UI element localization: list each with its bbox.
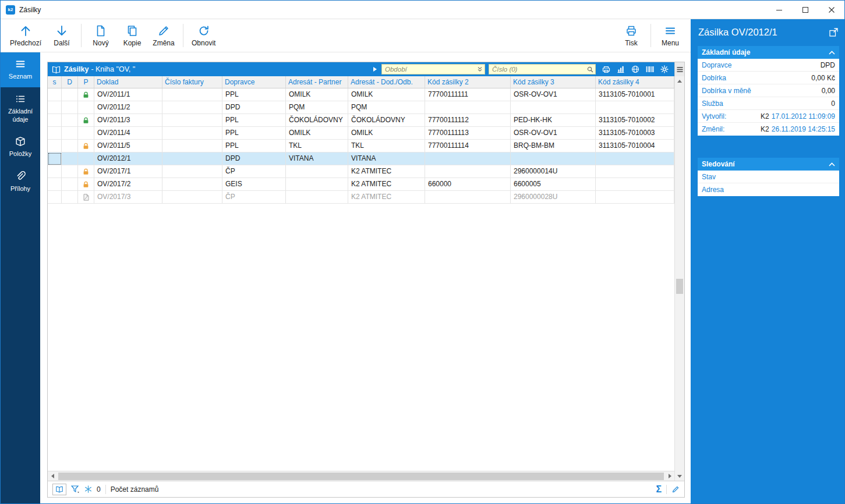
sidebar-item-zakladni-udaje[interactable]: Základní údaje <box>1 87 40 130</box>
cell-carrier[interactable]: PPL <box>222 88 286 101</box>
cell-p[interactable] <box>78 88 94 101</box>
chevron-up-icon[interactable] <box>829 162 835 166</box>
sidebar-item-polozky[interactable]: Položky <box>1 130 40 165</box>
cell-d[interactable] <box>62 165 78 178</box>
cell-code4[interactable]: 3113105-7010003 <box>596 127 674 140</box>
detail-section-header[interactable]: Sledování <box>698 158 839 171</box>
new-button[interactable]: Nový <box>85 20 116 51</box>
cell-d[interactable] <box>62 101 78 114</box>
cell-code3[interactable]: OSR-OV-OV1 <box>511 127 596 140</box>
chevron-up-icon[interactable] <box>829 51 835 55</box>
column-header-doklad[interactable]: Doklad <box>94 76 162 88</box>
cell-code4[interactable] <box>596 101 674 114</box>
number-filter-input[interactable] <box>489 64 596 74</box>
cell-partner[interactable]: OMILK <box>286 88 348 101</box>
cell-consignee[interactable]: PQM <box>348 101 425 114</box>
sidebar-item-seznam[interactable]: Seznam <box>1 52 40 87</box>
horizontal-scrollbar[interactable] <box>48 471 674 481</box>
cell-code4[interactable] <box>596 152 674 165</box>
scroll-right-icon[interactable] <box>665 474 674 478</box>
cell-code2[interactable]: 660000 <box>425 178 511 191</box>
cell-consignee[interactable]: OMILK <box>348 127 425 140</box>
maximize-button[interactable] <box>792 1 818 19</box>
cell-d[interactable] <box>62 114 78 127</box>
column-header-consignee[interactable]: Adresát - Dod./Odb. <box>348 76 425 88</box>
cell-partner[interactable]: OMILK <box>286 127 348 140</box>
cell-invoice[interactable] <box>162 88 222 101</box>
table-row[interactable]: OV/2011/3PPLČOKOLÁDOVNYČOKOLÁDOVNY777001… <box>48 114 674 127</box>
table-row[interactable]: OV/2012/1DPDVITANAVITANA <box>48 152 674 165</box>
cell-carrier[interactable]: ČP <box>222 165 286 178</box>
cell-invoice[interactable] <box>162 114 222 127</box>
cell-doklad[interactable]: OV/2011/1 <box>94 88 162 101</box>
column-header-p[interactable]: P <box>78 76 94 88</box>
cell-code3[interactable] <box>511 152 596 165</box>
cell-consignee[interactable]: K2 ATMITEC <box>348 178 425 191</box>
cell-code3[interactable]: BRQ-BM-BM <box>511 140 596 152</box>
cell-invoice[interactable] <box>162 165 222 178</box>
cell-p[interactable] <box>78 178 94 191</box>
cell-d[interactable] <box>62 152 78 165</box>
cell-consignee[interactable]: ČOKOLÁDOVNY <box>348 114 425 127</box>
cell-doklad[interactable]: OV/2017/2 <box>94 178 162 191</box>
cell-code3[interactable]: OSR-OV-OV1 <box>511 88 596 101</box>
double-chevron-down-icon[interactable] <box>477 66 483 72</box>
scroll-down-icon[interactable] <box>675 471 684 481</box>
open-in-window-icon[interactable] <box>829 28 838 37</box>
cell-d[interactable] <box>62 191 78 204</box>
column-header-partner[interactable]: Adresát - Partner <box>286 76 348 88</box>
table-row[interactable]: OV/2011/2DPDPQMPQM <box>48 101 674 114</box>
column-header-s[interactable]: s <box>48 76 62 88</box>
cell-s[interactable] <box>48 101 62 114</box>
cell-code4[interactable]: 3113105-7010001 <box>596 88 674 101</box>
cell-invoice[interactable] <box>162 152 222 165</box>
cell-code2[interactable]: 77700111111 <box>425 88 511 101</box>
vertical-scroll-track[interactable] <box>675 86 684 471</box>
table-row[interactable]: OV/2017/1ČPK2 ATMITEC2960000014U <box>48 165 674 178</box>
cell-s[interactable] <box>48 191 62 204</box>
cell-doklad[interactable]: OV/2012/1 <box>94 152 162 165</box>
detail-field[interactable]: Adresa <box>698 183 839 196</box>
refresh-button[interactable]: Obnovit <box>187 20 220 51</box>
table-row[interactable]: OV/2011/4PPLOMILKOMILK77700111113OSR-OV-… <box>48 127 674 140</box>
vertical-scroll-thumb[interactable] <box>676 279 683 294</box>
cell-code4[interactable] <box>596 178 674 191</box>
table-row[interactable]: OV/2017/2GEISK2 ATMITEC6600006600005 <box>48 178 674 191</box>
cell-partner[interactable]: TKL <box>286 140 348 152</box>
cell-s[interactable] <box>48 178 62 191</box>
cell-code4[interactable] <box>596 165 674 178</box>
cell-code2[interactable]: 77700111113 <box>425 127 511 140</box>
detail-field[interactable]: Dobírka v měně0,00 <box>698 84 839 97</box>
search-icon[interactable] <box>587 66 593 73</box>
cell-invoice[interactable] <box>162 127 222 140</box>
view-book-button[interactable] <box>52 484 66 495</box>
sum-icon[interactable]: Σ <box>656 485 662 494</box>
cell-consignee[interactable]: OMILK <box>348 88 425 101</box>
chart-icon[interactable] <box>616 65 625 74</box>
cell-invoice[interactable] <box>162 191 222 204</box>
cell-p[interactable] <box>78 165 94 178</box>
cell-code4[interactable] <box>596 191 674 204</box>
cell-partner[interactable] <box>286 178 348 191</box>
cell-consignee[interactable]: VITANA <box>348 152 425 165</box>
cell-partner[interactable]: ČOKOLÁDOVNY <box>286 114 348 127</box>
cell-carrier[interactable]: GEIS <box>222 178 286 191</box>
cell-doklad[interactable]: OV/2017/1 <box>94 165 162 178</box>
settings-icon[interactable] <box>660 65 669 74</box>
cell-carrier[interactable]: PPL <box>222 127 286 140</box>
cell-code3[interactable]: 6600005 <box>511 178 596 191</box>
detail-section-header[interactable]: Základní údaje <box>698 46 839 59</box>
edit-button[interactable]: Změna <box>148 20 179 51</box>
close-button[interactable] <box>818 1 844 19</box>
globe-icon[interactable] <box>631 65 640 74</box>
cell-s[interactable] <box>48 165 62 178</box>
cell-code2[interactable]: 77700111114 <box>425 140 511 152</box>
cell-doklad[interactable]: OV/2011/3 <box>94 114 162 127</box>
barcode-icon[interactable] <box>645 65 655 74</box>
column-header-code2[interactable]: Kód zásilky 2 <box>425 76 511 88</box>
minimize-button[interactable] <box>766 1 792 19</box>
table-row[interactable]: OV/2011/5PPLTKLTKL77700111114BRQ-BM-BM31… <box>48 140 674 152</box>
detail-field[interactable]: DopravceDPD <box>698 59 839 72</box>
cell-d[interactable] <box>62 140 78 152</box>
cell-partner[interactable] <box>286 165 348 178</box>
